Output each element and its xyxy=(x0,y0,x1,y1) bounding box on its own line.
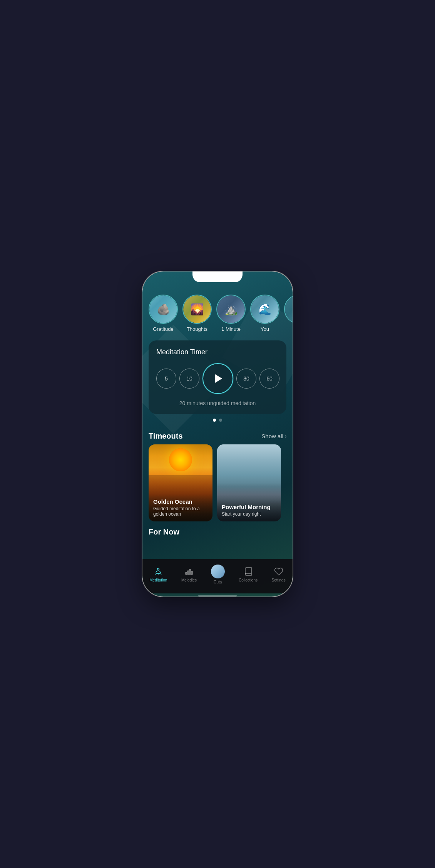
pagination-dot-1[interactable] xyxy=(213,419,216,422)
category-label-thoughts: Thoughts xyxy=(187,326,207,332)
nav-item-collections[interactable]: Collections xyxy=(234,565,262,584)
pagination-dots xyxy=(142,419,293,422)
nav-item-settings[interactable]: Settings xyxy=(267,565,290,584)
category-image-extra xyxy=(285,295,293,323)
timer-description: 20 minutes unguided meditation xyxy=(156,400,279,406)
category-image-thoughts xyxy=(183,295,211,323)
category-image-gratitude xyxy=(149,295,177,323)
settings-icon xyxy=(274,566,284,576)
nav-label-outa: Outa xyxy=(214,580,222,584)
timeout-cards-row: Golden Ocean Guided meditation to a gold… xyxy=(142,444,293,521)
phone-screen: Gratitude Thoughts 1 Minute xyxy=(142,271,293,597)
scroll-content: Gratitude Thoughts 1 Minute xyxy=(142,271,293,559)
svg-rect-3 xyxy=(187,571,189,575)
timer-play-button[interactable] xyxy=(202,363,233,394)
category-label-gratitude: Gratitude xyxy=(153,326,173,332)
category-label-you: You xyxy=(261,326,269,332)
category-item-extra[interactable]: More xyxy=(284,295,293,332)
category-image-1minute xyxy=(217,295,245,323)
categories-row: Gratitude Thoughts 1 Minute xyxy=(142,287,293,336)
collections-icon xyxy=(243,566,253,576)
category-circle-you[interactable] xyxy=(250,295,279,324)
nav-label-meditation: Meditation xyxy=(149,578,167,582)
category-item-gratitude[interactable]: Gratitude xyxy=(149,295,178,332)
category-circle-1minute[interactable] xyxy=(216,295,246,324)
play-icon xyxy=(215,374,222,383)
svg-rect-4 xyxy=(189,569,191,575)
for-now-section-header: For Now xyxy=(149,528,286,540)
nav-label-settings: Settings xyxy=(272,578,286,582)
timeouts-section-header: Timeouts Show all › xyxy=(142,426,293,444)
category-item-1minute[interactable]: 1 Minute xyxy=(216,295,246,332)
category-circle-extra[interactable] xyxy=(284,295,293,324)
card-content-powerful-morning: Powerful Morning Start your day right xyxy=(217,499,281,521)
svg-rect-2 xyxy=(186,572,187,575)
nav-label-collections: Collections xyxy=(239,578,258,582)
timer-title: Meditation Timer xyxy=(156,348,279,356)
card-content-golden-ocean: Golden Ocean Guided meditation to a gold… xyxy=(149,494,212,521)
timer-button-10[interactable]: 10 xyxy=(179,369,199,389)
category-circle-gratitude[interactable] xyxy=(149,295,178,324)
category-item-you[interactable]: You xyxy=(250,295,279,332)
show-all-button[interactable]: Show all › xyxy=(261,433,286,439)
for-now-section: For Now xyxy=(142,521,293,540)
category-item-thoughts[interactable]: Thoughts xyxy=(182,295,212,332)
melodies-icon xyxy=(184,566,194,576)
show-all-label: Show all xyxy=(261,433,283,439)
outa-circle-icon xyxy=(211,565,225,578)
timeouts-section-title: Timeouts xyxy=(149,432,183,441)
timeout-card-golden-ocean[interactable]: Golden Ocean Guided meditation to a gold… xyxy=(149,444,212,521)
timer-button-30[interactable]: 30 xyxy=(236,369,256,389)
meditation-timer-card: Meditation Timer 5 10 30 60 20 minutes u… xyxy=(149,340,286,414)
nav-item-outa[interactable]: Outa xyxy=(206,563,229,586)
timeout-card-powerful-morning[interactable]: Powerful Morning Start your day right xyxy=(217,444,281,521)
home-indicator xyxy=(198,595,237,597)
bottom-navigation: Meditation Melodies Outa xyxy=(142,559,293,593)
pagination-dot-2[interactable] xyxy=(219,419,222,422)
timer-button-60[interactable]: 60 xyxy=(259,369,279,389)
notch xyxy=(192,271,243,282)
nav-item-meditation[interactable]: Meditation xyxy=(145,565,172,584)
meditation-icon xyxy=(153,566,163,576)
category-label-1minute: 1 Minute xyxy=(221,326,241,332)
card-subtitle-powerful-morning: Start your day right xyxy=(222,511,276,517)
category-image-you xyxy=(251,295,279,323)
category-circle-thoughts[interactable] xyxy=(182,295,212,324)
timer-button-5[interactable]: 5 xyxy=(156,369,176,389)
phone-frame: Gratitude Thoughts 1 Minute xyxy=(142,271,293,597)
nav-label-melodies: Melodies xyxy=(181,578,197,582)
card-subtitle-golden-ocean: Guided meditation to a golden ocean xyxy=(153,506,208,517)
for-now-title: For Now xyxy=(149,528,179,536)
svg-point-0 xyxy=(157,568,159,570)
nav-item-melodies[interactable]: Melodies xyxy=(177,565,201,584)
svg-rect-5 xyxy=(191,571,192,575)
card-title-powerful-morning: Powerful Morning xyxy=(222,504,276,511)
timer-controls: 5 10 30 60 xyxy=(156,363,279,394)
card-title-golden-ocean: Golden Ocean xyxy=(153,498,208,505)
chevron-right-icon: › xyxy=(285,434,286,439)
